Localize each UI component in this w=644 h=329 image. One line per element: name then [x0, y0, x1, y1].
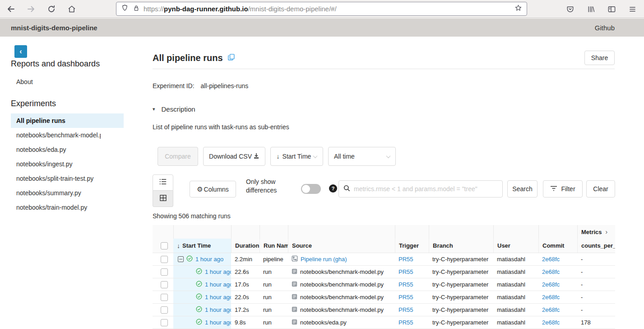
sidebar-item-experiment[interactable]: notebooks/benchmark-model.py: [11, 128, 124, 142]
commit-link[interactable]: 2e68fc: [542, 268, 560, 275]
cell-source: notebooks/benchmark-model.py: [300, 268, 384, 275]
row-checkbox[interactable]: [161, 268, 168, 276]
experiment-id-row: Experiment ID: all-pipelines-runs: [153, 82, 248, 89]
header-start-time[interactable]: ↓Start Time: [173, 239, 231, 253]
compare-button[interactable]: Compare: [158, 147, 198, 166]
row-checkbox[interactable]: [161, 294, 168, 301]
url-bar[interactable]: https://pynb-dag-runner.github.io/mnist-…: [116, 2, 527, 16]
trigger-link[interactable]: PR55: [398, 306, 413, 313]
cell-user: matiasdahl: [493, 278, 538, 291]
cell-duration: 9.8s: [231, 316, 259, 329]
sidebar-item-experiment[interactable]: All pipeline runs: [11, 113, 124, 128]
clear-button[interactable]: Clear: [586, 180, 615, 197]
collapse-row-icon[interactable]: [178, 256, 184, 262]
start-time-link[interactable]: 1 hour ago: [195, 256, 223, 263]
start-time-link[interactable]: 1 hour ago: [205, 294, 231, 301]
start-time-link[interactable]: 1 hour ago: [205, 268, 231, 275]
trigger-link[interactable]: PR55: [398, 319, 413, 326]
caret-down-icon: ▾: [153, 106, 155, 112]
header-trigger[interactable]: Trigger: [395, 239, 429, 253]
filter-button[interactable]: Filter: [543, 180, 583, 197]
search-button[interactable]: Search: [507, 180, 537, 197]
help-icon[interactable]: ?: [329, 184, 337, 193]
sidebar-item-experiment[interactable]: notebooks/split-train-test.py: [11, 171, 124, 186]
home-icon[interactable]: [67, 5, 76, 14]
description-toggle[interactable]: ▾ Description: [153, 105, 195, 113]
sidebar-item-about[interactable]: About: [16, 78, 33, 85]
table-row: 1 hour ago17.2srunnotebooks/benchmark-mo…: [153, 304, 615, 316]
notebook-source-icon: [292, 294, 297, 301]
trigger-link[interactable]: PR55: [398, 268, 413, 275]
experiment-list: All pipeline runsnotebooks/benchmark-mod…: [0, 113, 140, 215]
cell-duration: 22.0s: [231, 291, 259, 303]
table-row: 1 hour ago2.2minpipelinePipeline run (gh…: [153, 253, 615, 266]
download-csv-button[interactable]: Download CSV: [203, 147, 265, 166]
table-view-button[interactable]: [153, 191, 173, 207]
trigger-link[interactable]: PR55: [398, 294, 413, 301]
cell-source: notebooks/benchmark-model.py: [300, 306, 384, 313]
forward-icon[interactable]: [27, 5, 36, 14]
row-checkbox[interactable]: [161, 319, 168, 326]
trigger-link[interactable]: PR55: [398, 281, 413, 288]
start-time-link[interactable]: 1 hour ago: [205, 281, 231, 288]
pocket-icon[interactable]: [566, 5, 575, 14]
main-content: All pipeline runs Share Experiment ID: a…: [140, 37, 644, 329]
cell-run-name: run: [259, 266, 288, 278]
commit-link[interactable]: 2e68fc: [542, 306, 560, 313]
page-title: All pipeline runs: [153, 53, 235, 63]
header-user[interactable]: User: [493, 239, 538, 253]
status-success-icon: [196, 306, 202, 314]
sidebar-item-experiment[interactable]: notebooks/train-model.py: [11, 200, 124, 215]
header-commit[interactable]: Commit: [538, 239, 577, 253]
cell-source[interactable]: Pipeline run (gha): [301, 256, 347, 263]
cell-metric-counts-per-d: -: [577, 304, 615, 316]
chevron-down-icon: [313, 154, 318, 158]
reload-icon[interactable]: [47, 5, 56, 14]
differences-toggle-switch[interactable]: [301, 184, 321, 194]
row-checkbox[interactable]: [161, 306, 168, 314]
commit-link[interactable]: 2e68fc: [542, 281, 560, 288]
sort-order-dropdown[interactable]: ↓ Start Time: [270, 147, 323, 166]
runs-table: Metrics › ↓Start Time Duration Run Name …: [153, 225, 615, 329]
cell-branch: try-C-hyperparameter: [429, 291, 493, 303]
header-metric-counts-per-d[interactable]: counts_per_d: [577, 239, 615, 253]
pipeline-source-icon: [292, 255, 298, 263]
bookmark-star-icon[interactable]: [514, 4, 522, 14]
search-input[interactable]: [354, 185, 498, 193]
header-branch[interactable]: Branch: [429, 239, 493, 253]
commit-link[interactable]: 2e68fc: [542, 294, 560, 301]
library-icon[interactable]: [587, 5, 595, 14]
list-view-button[interactable]: [153, 174, 173, 191]
header-run-name[interactable]: Run Name: [259, 239, 288, 253]
sidebar-panel-icon[interactable]: [607, 5, 616, 14]
sidebar-item-experiment[interactable]: notebooks/ingest.py: [11, 157, 124, 171]
commit-link[interactable]: 2e68fc: [542, 256, 560, 263]
start-time-link[interactable]: 1 hour ago: [205, 306, 231, 313]
sidebar-item-experiment[interactable]: notebooks/eda.py: [11, 142, 124, 157]
select-all-checkbox[interactable]: [161, 242, 168, 249]
header-source[interactable]: Source: [288, 239, 395, 253]
row-checkbox[interactable]: [161, 281, 168, 288]
menu-icon[interactable]: [628, 5, 637, 14]
trigger-link[interactable]: PR55: [398, 256, 413, 263]
cell-duration: 17.0s: [231, 278, 259, 291]
lock-icon[interactable]: [133, 5, 140, 14]
columns-button[interactable]: ⚙ Columns: [190, 181, 236, 197]
back-icon[interactable]: [6, 5, 15, 14]
search-box: [338, 180, 503, 197]
start-time-link[interactable]: 1 hour ago: [205, 319, 231, 326]
table-row: 1 hour ago9.8srunnotebooks/eda.pyPR55try…: [153, 316, 615, 329]
arrow-down-icon: ↓: [277, 153, 280, 160]
row-checkbox[interactable]: [161, 256, 168, 263]
metrics-group-header[interactable]: Metrics ›: [577, 225, 615, 239]
header-duration[interactable]: Duration: [231, 239, 259, 253]
time-range-dropdown[interactable]: All time: [328, 147, 396, 166]
commit-link[interactable]: 2e68fc: [542, 319, 560, 326]
github-link[interactable]: Github: [595, 24, 615, 32]
shield-icon[interactable]: [121, 4, 129, 14]
sidebar-collapse-button[interactable]: ‹: [14, 45, 27, 58]
sidebar-item-experiment[interactable]: notebooks/summary.py: [11, 186, 124, 200]
filter-icon: [550, 185, 557, 193]
copy-icon[interactable]: [227, 53, 235, 63]
share-button[interactable]: Share: [584, 51, 615, 65]
